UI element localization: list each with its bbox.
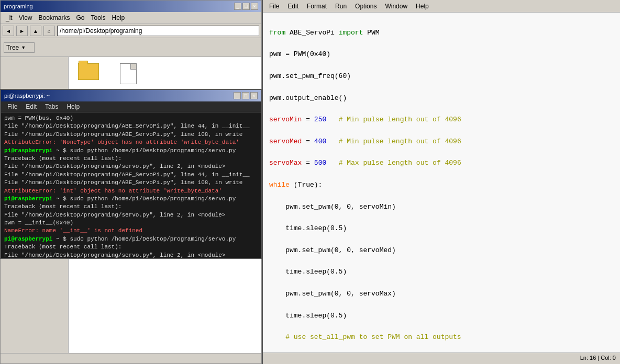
- editor-menu-edit[interactable]: Edit: [283, 2, 303, 11]
- menu-item-go[interactable]: Go: [73, 13, 88, 22]
- menu-item-tools[interactable]: Tools: [88, 13, 109, 22]
- editor-code-area[interactable]: from ABE_ServoPi import PWM pwm = PWM(0x…: [263, 13, 620, 352]
- term-line-error: AttributeError: 'int' object has no attr…: [4, 187, 258, 195]
- file-manager-title: programing: [4, 3, 33, 9]
- up-button[interactable]: ▲: [30, 26, 41, 36]
- code-line-4: pwm.output_enable(): [269, 93, 614, 104]
- file-manager-titlebar: programing _ □ ×: [1, 1, 261, 12]
- code-line-5: servoMin = 250 # Min pulse length out of…: [269, 115, 614, 126]
- forward-button[interactable]: ►: [16, 26, 28, 36]
- terminal: pi@raspberrypi: ~ _ □ × File Edit Tabs H…: [0, 89, 262, 259]
- term-line-error: AttributeError: 'NoneType' object has no…: [4, 139, 258, 146]
- fm-toolbar: Tree ▼: [1, 38, 261, 57]
- term-line: File "/home/pi/Desktop/programing/ABE_Se…: [4, 131, 258, 139]
- term-line: File "/home/pi/Desktop/programing/servo.…: [4, 211, 258, 219]
- term-line: File "/home/pi/Desktop/programing/servo.…: [4, 163, 258, 170]
- chevron-down-icon: ▼: [21, 45, 26, 50]
- term-line-prompt: pi@raspberrypi ~ $ sudo python /home/pi/…: [4, 147, 258, 155]
- term-line: pwm = __init__(0x40): [4, 219, 258, 227]
- code-line-6: servoMed = 400 # Min pulse length out of…: [269, 136, 614, 147]
- code-line-12: time.sleep(0.5): [269, 267, 614, 278]
- menu-item-bookmarks[interactable]: Bookmarks: [35, 13, 73, 22]
- terminal-menubar: File Edit Tabs Help: [1, 101, 261, 112]
- code-line-13: pwm.set_pwm(0, 0, servoMax): [269, 289, 614, 300]
- editor-menu-file[interactable]: File: [265, 2, 283, 11]
- titlebar-buttons: _ □ ×: [234, 3, 258, 10]
- fm-statusbar: [1, 353, 261, 363]
- term-line: Traceback (most recent call last):: [4, 203, 258, 211]
- term-menu-tabs[interactable]: Tabs: [41, 102, 62, 111]
- code-line-10: time.sleep(0.5): [269, 223, 614, 234]
- minimize-button[interactable]: _: [234, 3, 241, 10]
- editor-statusbar: Ln: 16 | Col: 0: [263, 352, 620, 364]
- code-line-3: pwm.set_pwm_freq(60): [269, 71, 614, 82]
- editor-menu-window[interactable]: Window: [381, 2, 412, 11]
- close-button[interactable]: ×: [251, 3, 258, 10]
- code-line-1: from ABE_ServoPi import PWM: [269, 28, 614, 39]
- menu-item-help[interactable]: Help: [109, 13, 128, 22]
- term-line-prompt: pi@raspberrypi ~ $ sudo python /home/pi/…: [4, 195, 258, 203]
- term-line: pwm = PWM(bus, 0x40): [4, 115, 258, 122]
- file-item-text[interactable]: [113, 61, 144, 88]
- code-line-2: pwm = PWM(0x40): [269, 49, 614, 60]
- back-button[interactable]: ◄: [3, 26, 14, 36]
- file-item-folder[interactable]: [73, 61, 104, 84]
- address-input[interactable]: [57, 26, 259, 36]
- menu-item-view[interactable]: View: [16, 13, 36, 22]
- terminal-maximize-button[interactable]: □: [242, 92, 249, 99]
- term-line: File "/home/pi/Desktop/programing/ABE_Se…: [4, 179, 258, 187]
- term-line-error: NameError: name '__int__' is not defined: [4, 227, 258, 235]
- term-line: File "/home/pi/Desktop/programing/servo.…: [4, 252, 258, 258]
- editor-menubar: File Edit Format Run Options Window Help: [263, 0, 620, 13]
- term-menu-edit[interactable]: Edit: [21, 102, 41, 111]
- term-line: File "/home/pi/Desktop/programing/ABE_Se…: [4, 122, 258, 130]
- term-line-prompt: pi@raspberrypi ~ $ sudo python /home/pi/…: [4, 235, 258, 243]
- editor-menu-format[interactable]: Format: [303, 2, 331, 11]
- term-menu-help[interactable]: Help: [62, 102, 84, 111]
- view-dropdown-label: Tree: [6, 44, 19, 51]
- view-dropdown[interactable]: Tree ▼: [4, 42, 35, 53]
- menu-item-edit[interactable]: _it: [3, 13, 16, 22]
- term-line: Traceback (most recent call last):: [4, 243, 258, 251]
- maximize-button[interactable]: □: [242, 3, 250, 10]
- file-icon: [120, 63, 137, 84]
- code-line-9: pwm.set_pwm(0, 0, servoMin): [269, 202, 614, 213]
- code-editor: File Edit Format Run Options Window Help…: [262, 0, 620, 364]
- terminal-title: pi@raspberrypi: ~: [4, 93, 50, 99]
- address-bar: ◄ ► ▲ ⌂: [1, 24, 261, 38]
- editor-status-text: Ln: 16 | Col: 0: [580, 355, 616, 362]
- code-line-7: servoMax = 500 # Max pulse length out of…: [269, 158, 614, 169]
- terminal-minimize-button[interactable]: _: [234, 92, 241, 99]
- code-line-15: # use set_all_pwm to set PWM on all outp…: [269, 332, 614, 343]
- code-line-11: pwm.set_pwm(0, 0, servoMed): [269, 245, 614, 256]
- term-line: Traceback (most recent call last):: [4, 155, 258, 163]
- terminal-titlebar: pi@raspberrypi: ~ _ □ ×: [1, 90, 261, 101]
- code-line-8: while (True):: [269, 180, 614, 191]
- term-menu-file[interactable]: File: [3, 102, 21, 111]
- terminal-titlebar-buttons: _ □ ×: [234, 92, 258, 99]
- term-line: File "/home/pi/Desktop/programing/ABE_Se…: [4, 171, 258, 179]
- editor-menu-options[interactable]: Options: [351, 2, 381, 11]
- code-line-14: time.sleep(0.5): [269, 311, 614, 322]
- terminal-close-button[interactable]: ×: [250, 92, 258, 99]
- folder-icon: [78, 63, 99, 80]
- editor-menu-help[interactable]: Help: [412, 2, 433, 11]
- file-manager-menubar: _it View Bookmarks Go Tools Help: [1, 12, 261, 24]
- editor-menu-run[interactable]: Run: [331, 2, 351, 11]
- home-button[interactable]: ⌂: [43, 26, 55, 36]
- terminal-content[interactable]: pwm = PWM(bus, 0x40) File "/home/pi/Desk…: [1, 112, 261, 258]
